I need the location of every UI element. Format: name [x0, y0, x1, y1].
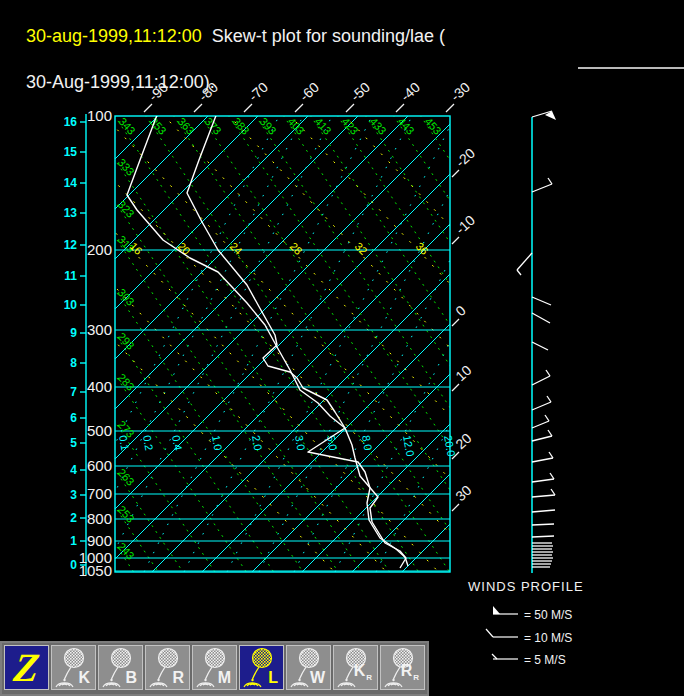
wind-barb	[517, 253, 532, 270]
theta-label-left: 333	[116, 156, 137, 178]
right-temp-tick	[452, 237, 459, 244]
theta-label-top: 403	[286, 115, 307, 137]
toolbar-button-kr[interactable]: KR	[333, 645, 378, 690]
wind-barb-feather	[548, 178, 552, 184]
moist-adiabat-label: 32	[353, 240, 370, 257]
toolbar-button-b[interactable]: B	[98, 645, 143, 690]
height-tick-label: 9	[70, 326, 77, 340]
isotherm-line	[0, 116, 358, 572]
pressure-label: 200	[87, 241, 112, 258]
moist-adiabat-label: 36	[414, 240, 431, 257]
right-temp-tick	[452, 504, 459, 511]
height-tick-label: 15	[64, 145, 78, 159]
theta-label-left: 293	[116, 330, 137, 352]
radiosonde-balloon-icon	[193, 646, 238, 691]
radiosonde-balloon-icon	[240, 646, 285, 691]
wind-barb	[532, 436, 552, 441]
mixing-ratio-line	[104, 116, 332, 572]
mixing-ratio-label: 0.4	[170, 434, 184, 451]
isotherm-line	[52, 116, 508, 572]
title-line2: 30-Aug-1999,11:12:00).	[26, 72, 215, 92]
mixing-ratio-label: 8.0	[360, 434, 374, 451]
wind-barb	[532, 524, 554, 525]
toolbar-button-label: B	[125, 670, 137, 686]
theta-label-top: 363	[176, 115, 197, 137]
theta-label-top: 393	[258, 115, 279, 137]
pressure-label: 1050	[79, 562, 112, 579]
right-temp-tick	[452, 319, 459, 326]
height-tick-label: 3	[70, 488, 77, 502]
height-tick-label: 4	[70, 463, 77, 477]
pressure-label: 400	[87, 378, 112, 395]
moist-adiabat-label: 24	[228, 240, 245, 257]
mixing-ratio-label: 3.0	[293, 434, 307, 451]
right-temp-tick	[452, 384, 459, 391]
mixing-ratio-label: 1.0	[210, 434, 224, 451]
theta-label-left: 263	[116, 466, 137, 488]
toolbar-button-label: L	[268, 670, 278, 686]
wind-barb	[532, 184, 552, 192]
isotherm-line	[152, 116, 608, 572]
toolbar-button-l[interactable]: L	[239, 645, 284, 690]
toolbar-button-m[interactable]: M	[192, 645, 237, 690]
pressure-label: 600	[87, 457, 112, 474]
wind-barb	[532, 458, 553, 462]
toolbar-button-k[interactable]: K	[51, 645, 96, 690]
height-tick-label: 11	[64, 269, 77, 283]
pressure-label: 800	[87, 510, 112, 527]
wind-barb-feather	[545, 415, 549, 421]
wind-barb	[532, 313, 550, 323]
dewpoint-trace	[127, 115, 406, 568]
height-tick-label: 6	[70, 411, 77, 425]
mixing-ratio-line	[376, 116, 604, 572]
mixing-ratio-line	[51, 116, 279, 572]
moist-adiabat-label: 28	[288, 240, 305, 257]
toolbar-button-r[interactable]: R	[145, 645, 190, 690]
isotherm-line	[0, 116, 408, 572]
height-tick-label: 12	[64, 238, 78, 252]
top-temp-label: -30	[447, 79, 473, 105]
theta-label-left: 253	[116, 503, 137, 525]
toolbar-button-w[interactable]: W	[286, 645, 331, 690]
height-tick-label: 16	[64, 115, 78, 129]
isotherm-line	[0, 116, 208, 572]
toolbar-button-label: RR	[401, 663, 419, 686]
theta-label-top: 433	[368, 115, 389, 137]
right-temp-label: -20	[452, 145, 478, 171]
radiosonde-balloon-icon	[99, 646, 144, 691]
wind-barb	[532, 479, 554, 482]
mixing-ratio-label: 0.1	[117, 434, 131, 451]
theta-label-top: 343	[117, 115, 138, 137]
toolbar-button-rr[interactable]: RR	[380, 645, 425, 690]
wind-barb	[532, 495, 555, 497]
legend-full-barb-symbol	[486, 629, 493, 637]
theta-label-top: 383	[231, 115, 252, 137]
pressure-label: 700	[87, 485, 112, 502]
toolbar-button-z-logo[interactable]: Z	[4, 645, 49, 690]
temperature-trace	[187, 113, 408, 566]
wind-barb-feather	[546, 370, 550, 376]
legend-flag-symbol	[493, 606, 500, 614]
isotherm-line	[252, 116, 684, 572]
wind-barb-feather	[551, 489, 555, 495]
bottom-toolbar: ZKBRMLWKRRR	[0, 641, 429, 696]
height-tick-label: 0	[70, 558, 77, 572]
height-tick-label: 2	[70, 511, 77, 525]
mixing-ratio-line	[184, 116, 412, 572]
radiosonde-balloon-icon	[52, 646, 97, 691]
wind-barb	[532, 376, 550, 385]
toolbar-button-label: M	[218, 670, 231, 686]
wind-barb	[532, 510, 555, 512]
mixing-ratio-label: 20.0	[442, 434, 458, 457]
right-temp-label: 0	[452, 302, 469, 319]
theta-label-top: 423	[340, 115, 361, 137]
pressure-label: 300	[87, 321, 112, 338]
title-text: Skew-t plot for sounding/lae (	[202, 26, 445, 46]
wind-barb	[532, 421, 549, 428]
theta-label-top: 413	[313, 115, 334, 137]
toolbar-button-label: W	[310, 670, 325, 686]
isotherm-line	[102, 116, 558, 572]
isotherm-line	[402, 116, 684, 572]
plot-border	[115, 116, 450, 572]
wind-barb	[532, 297, 551, 305]
